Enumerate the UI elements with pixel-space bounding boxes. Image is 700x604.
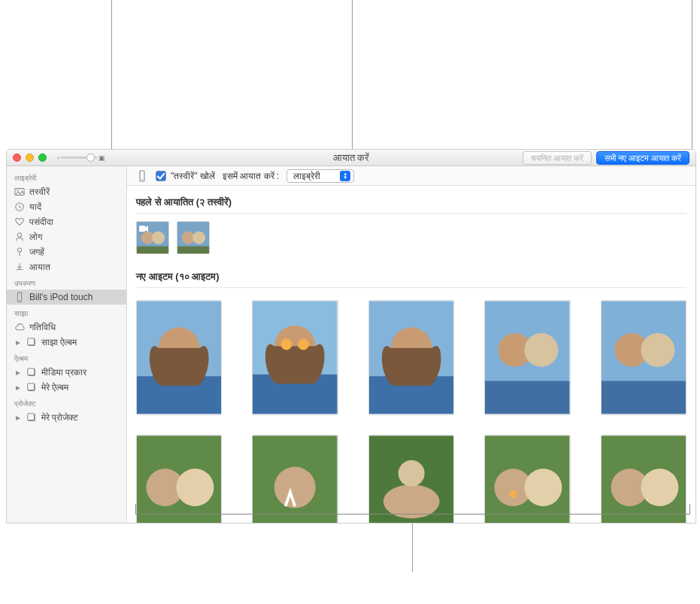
- sidebar-item-label: मेरे ऐल्बम: [41, 382, 68, 393]
- svg-point-38: [525, 333, 559, 367]
- heart-icon: [14, 217, 25, 227]
- sidebar-item-label: लोग: [29, 232, 42, 242]
- sidebar-item-media-types[interactable]: ▸ मीडिया प्रकार: [7, 365, 126, 380]
- sidebar-item-label: यादें: [29, 202, 41, 212]
- import-controls-bar: "तस्वीरें" खोलें इसमें आयात करें : लाइब्…: [127, 166, 695, 186]
- sidebar-item-memories[interactable]: यादें: [7, 199, 126, 214]
- svg-point-3: [17, 233, 21, 237]
- already-imported-header: पहले से आयातित (२ तस्वीरें): [136, 192, 686, 214]
- sidebar-item-label: गतिविधि: [29, 322, 56, 332]
- imported-thumb[interactable]: [177, 221, 210, 254]
- svg-point-42: [641, 333, 674, 367]
- sidebar-item-label: जगहें: [29, 247, 44, 257]
- disclosure-triangle-icon[interactable]: ▸: [14, 382, 22, 393]
- svg-rect-21: [139, 226, 145, 232]
- import-into-label: इसमें आयात करें :: [223, 171, 279, 181]
- zoom-out-icon: ▫: [57, 154, 59, 162]
- sidebar-item-import[interactable]: आयात: [7, 260, 126, 275]
- sidebar-item-label: साझा ऐल्बम: [41, 337, 77, 348]
- sidebar-item-my-projects[interactable]: ▸ मेरे प्रोजेक्ट: [7, 410, 126, 425]
- sidebar-item-photos[interactable]: तस्वीरें: [7, 184, 126, 199]
- new-item-thumb[interactable]: [252, 300, 338, 415]
- svg-point-1: [17, 190, 19, 191]
- photos-icon: [14, 187, 25, 197]
- video-badge-icon: [138, 223, 149, 234]
- album-icon: [26, 337, 37, 348]
- sidebar-item-people[interactable]: लोग: [7, 229, 126, 244]
- sidebar-header-albums: ऐल्बम: [7, 350, 126, 365]
- import-destination-value: लाइब्रेरी: [293, 171, 320, 181]
- sidebar-header-shared: साझा: [7, 305, 126, 320]
- svg-rect-13: [28, 384, 35, 390]
- svg-point-46: [176, 469, 214, 506]
- svg-point-17: [141, 179, 143, 181]
- sidebar-item-shared-albums[interactable]: ▸ साझा ऐल्बम: [7, 335, 126, 350]
- zoom-track[interactable]: [61, 156, 97, 159]
- sidebar-item-activity[interactable]: गतिविधि: [7, 320, 126, 335]
- sidebar-header-projects: प्रोजेक्ट: [7, 395, 126, 410]
- sidebar-header-library: लाइब्रेरी: [7, 169, 126, 184]
- fullscreen-button[interactable]: [38, 153, 47, 162]
- svg-point-58: [510, 490, 517, 497]
- sidebar: लाइब्रेरी तस्वीरें यादें पसंदीदा: [7, 166, 127, 523]
- traffic-lights[interactable]: [13, 153, 47, 162]
- disclosure-triangle-icon[interactable]: ▸: [14, 412, 22, 423]
- sidebar-item-label: पसंदीदा: [29, 217, 53, 227]
- main-pane: "तस्वीरें" खोलें इसमें आयात करें : लाइब्…: [127, 166, 695, 523]
- minimize-button[interactable]: [26, 153, 34, 162]
- callout-line-sidebar: [111, 0, 112, 150]
- new-items-grid: [136, 296, 686, 523]
- already-imported-row: [136, 221, 686, 254]
- import-destination-popup[interactable]: लाइब्रेरी ▲▼: [286, 169, 354, 183]
- new-item-thumb[interactable]: [484, 300, 570, 415]
- sidebar-item-favorites[interactable]: पसंदीदा: [7, 214, 126, 229]
- device-icon: [14, 292, 25, 302]
- sidebar-item-label: तस्वीरें: [29, 187, 50, 197]
- svg-rect-9: [28, 338, 35, 345]
- zoom-thumb[interactable]: [86, 153, 95, 162]
- sidebar-item-label: मीडिया प्रकार: [41, 367, 86, 378]
- svg-rect-11: [28, 369, 35, 375]
- svg-point-20: [152, 231, 165, 244]
- import-selected-button[interactable]: चयनित आयात करें: [523, 151, 592, 165]
- svg-point-53: [398, 460, 425, 486]
- svg-point-32: [298, 338, 309, 350]
- sidebar-item-my-albums[interactable]: ▸ मेरे ऐल्बम: [7, 380, 126, 395]
- new-item-thumb[interactable]: [136, 300, 222, 415]
- svg-point-7: [19, 300, 20, 301]
- popup-arrows-icon: ▲▼: [340, 171, 350, 181]
- album-icon: [26, 412, 37, 423]
- import-content: पहले से आयातित (२ तस्वीरें) नए आइटम (१० …: [127, 186, 695, 523]
- svg-point-31: [281, 338, 292, 350]
- disclosure-triangle-icon[interactable]: ▸: [14, 367, 22, 378]
- svg-rect-43: [602, 381, 686, 414]
- callout-line-popup: [352, 0, 353, 150]
- svg-point-56: [525, 469, 562, 506]
- disclosure-triangle-icon[interactable]: ▸: [14, 337, 22, 348]
- svg-rect-15: [28, 414, 35, 420]
- callout-bracket-new-items: [135, 504, 690, 514]
- sidebar-item-device[interactable]: Bill's iPod touch: [7, 290, 126, 305]
- pin-icon: [14, 247, 25, 257]
- new-item-thumb[interactable]: [368, 300, 454, 415]
- open-photos-label: "तस्वीरें" खोलें: [171, 171, 215, 181]
- imported-thumb[interactable]: [136, 221, 169, 254]
- sidebar-header-devices: उपकरण: [7, 275, 126, 290]
- svg-rect-39: [485, 381, 569, 414]
- person-icon: [14, 232, 25, 242]
- new-item-thumb[interactable]: [601, 300, 686, 415]
- sidebar-item-label: Bill's iPod touch: [29, 292, 92, 302]
- titlebar: ▫ ▣ आयात करें चयनित आयात करें सभी नए आइट…: [7, 150, 695, 166]
- svg-point-24: [192, 231, 205, 244]
- open-photos-checkbox[interactable]: [156, 171, 166, 181]
- svg-point-61: [641, 469, 678, 506]
- import-all-new-button[interactable]: सभी नए आइटम आयात करें: [596, 151, 689, 165]
- zoom-slider[interactable]: ▫ ▣: [57, 154, 105, 162]
- close-button[interactable]: [13, 153, 21, 162]
- album-icon: [26, 367, 37, 378]
- sidebar-item-label: आयात: [29, 262, 50, 272]
- new-items-header: नए आइटम (१० आइटम): [136, 266, 686, 288]
- album-icon: [26, 382, 37, 393]
- sidebar-item-places[interactable]: जगहें: [7, 244, 126, 260]
- callout-line-import-button: [692, 0, 692, 150]
